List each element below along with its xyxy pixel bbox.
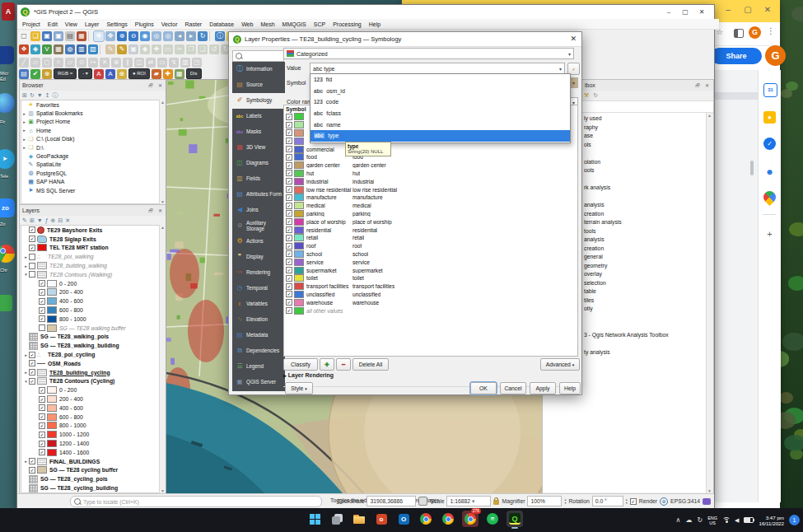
digitize-5-icon[interactable]: ▱ (65, 58, 75, 68)
category-row[interactable]: ✓warehousewarehouse (286, 298, 574, 306)
tab-dependencies[interactable]: ⧉Dependencies (232, 343, 285, 359)
toolbox-item[interactable]: olation (584, 159, 600, 165)
advanced-button[interactable]: Advanced ▾ (540, 358, 580, 371)
category-row[interactable]: ✓commercialcommercial (286, 145, 574, 153)
toolbox-item[interactable]: ools (584, 167, 594, 173)
maximize-button[interactable]: ▢ (678, 8, 693, 16)
coordinate-input[interactable]: 31908,36886 (366, 496, 416, 506)
toolbox-item[interactable]: selection (584, 280, 606, 286)
category-swatch[interactable] (294, 129, 304, 137)
add-icon[interactable]: + (763, 228, 776, 240)
layer-checkbox[interactable]: ✓ (29, 360, 35, 366)
taskbar-start-icon[interactable] (306, 511, 323, 527)
calendar-icon[interactable]: 31 (763, 83, 777, 97)
crs-globe-icon[interactable]: ⊕ (660, 497, 668, 506)
layer-checkbox[interactable] (39, 324, 45, 331)
taskbar-task-view-icon[interactable] (329, 511, 345, 527)
dialog-search-input[interactable] (232, 50, 284, 62)
add-group-icon[interactable]: ⊞ (30, 217, 35, 224)
browser-item[interactable]: ✎SpatiaLite (21, 161, 159, 169)
layer-checkbox[interactable]: ✓ (39, 280, 45, 287)
pinned-app-icon[interactable] (0, 46, 14, 64)
scp-combo[interactable]: Dis (186, 68, 202, 79)
expand-arrow-icon[interactable]: ▸ (23, 254, 29, 259)
zoom-to-layer-icon[interactable]: ◎ (163, 31, 173, 41)
scp-bandset-icon[interactable]: ▤ (19, 69, 29, 79)
category-row[interactable]: ✓roofroof (286, 242, 574, 250)
menu-raster[interactable]: Raster (185, 21, 203, 27)
telegram-icon[interactable]: ➤ (0, 149, 15, 169)
battery-icon[interactable] (744, 517, 754, 523)
category-checkbox[interactable]: ✓ (286, 283, 292, 290)
category-checkbox[interactable]: ✓ (286, 162, 292, 169)
scp-zoom2-icon[interactable]: ⊕ (117, 69, 127, 79)
browser-item[interactable]: ▸❏C:\ (Local Disk) (21, 135, 159, 143)
digitize-6-icon[interactable]: ⊙ (77, 58, 86, 68)
digitize-13-icon[interactable]: ▭ (157, 58, 167, 68)
digitize-11-icon[interactable]: ◫ (134, 58, 144, 68)
identify-features-icon[interactable]: ⓘ (215, 31, 225, 41)
scp-combo[interactable]: RGB = (54, 68, 77, 79)
move-feature-icon[interactable]: ✚ (152, 44, 161, 54)
cut-features-icon[interactable]: ✂ (175, 44, 184, 54)
open-project-icon[interactable]: ❏ (30, 31, 40, 41)
menu-scp[interactable]: SCP (314, 21, 325, 27)
toolbox-history-icon[interactable]: ↻ (593, 92, 598, 99)
tab-legend[interactable]: ☰Legend (232, 359, 285, 375)
chrome-scrollbar[interactable] (750, 161, 754, 175)
category-row[interactable]: ✓foodfood (286, 153, 574, 161)
magnifier-spinner[interactable]: ▴▾ (564, 498, 566, 505)
category-row[interactable]: ✓place of worshipplace of worship (286, 217, 574, 226)
layer-checkbox[interactable]: ✓ (29, 245, 35, 251)
properties-icon[interactable]: ⓘ (53, 91, 58, 100)
expand-arrow-icon[interactable]: ▾ (23, 272, 29, 277)
save-layer-edits-icon[interactable]: ▣ (128, 44, 138, 54)
taskbar-outlook-icon[interactable]: O (395, 511, 412, 527)
category-checkbox[interactable]: ✓ (286, 186, 292, 193)
zoom-in-icon[interactable]: ⊕ (117, 31, 127, 41)
wifi-icon[interactable] (722, 517, 730, 523)
browser-item[interactable]: ▸▣Project Home (21, 118, 159, 126)
layer-checkbox[interactable]: ✓ (39, 298, 45, 305)
zoom-last-icon[interactable]: ◂ (175, 31, 184, 41)
toolbox-item[interactable]: table (584, 288, 596, 294)
pan-to-selection-icon[interactable]: ✥ (105, 31, 115, 41)
digitize-15-icon[interactable]: ▥ (180, 58, 190, 68)
layer-checkbox[interactable] (29, 271, 35, 278)
toolbox-item[interactable]: creation (584, 245, 604, 251)
scp-ok-icon[interactable]: ✔ (30, 69, 40, 79)
browser-item[interactable]: ◍PostgreSQL (21, 169, 159, 177)
add-wms-layer-icon[interactable]: ▧ (88, 44, 98, 54)
toolbox-item[interactable]: creation (584, 211, 604, 217)
category-swatch[interactable] (294, 210, 304, 217)
messages-icon[interactable] (703, 498, 711, 505)
undo-icon[interactable]: ↺ (209, 44, 219, 54)
notification-badge[interactable]: 1 (789, 515, 800, 525)
scale-combo[interactable]: 1:16882 ▾ (446, 496, 491, 506)
layer-checkbox[interactable]: ✓ (39, 449, 45, 455)
expand-arrow-icon[interactable]: ▸ (21, 145, 27, 150)
layer-row[interactable]: ✓400 - 600 (21, 296, 159, 306)
category-row[interactable]: ✓manufacturemanufacture (286, 194, 574, 202)
tab-rendering[interactable]: ✑Rendering (232, 265, 285, 281)
category-row[interactable]: ✓schoolschool (286, 250, 574, 259)
help-button[interactable]: Help (559, 382, 581, 394)
tab-metadata[interactable]: ▤Metadata (232, 328, 285, 343)
category-swatch[interactable] (294, 299, 304, 306)
toolbox-item[interactable]: overlay (584, 271, 602, 277)
expand-arrow-icon[interactable]: ▸ (21, 111, 27, 116)
category-swatch[interactable] (294, 113, 304, 120)
toolbox-item[interactable]: analysis (584, 236, 605, 242)
browser-item[interactable]: ▦SAP HANA (21, 178, 159, 186)
scp-stretch-icon[interactable]: A (105, 69, 115, 79)
tab-actions[interactable]: ⚙Actions (232, 234, 285, 250)
dialog-titlebar[interactable]: Q Layer Properties — TE28_building_cycli… (229, 32, 581, 47)
layer-row[interactable]: ✓800 - 1000 (21, 315, 159, 324)
scp-cumulative-icon[interactable]: A (94, 69, 104, 79)
layer-checkbox[interactable]: ✓ (39, 432, 45, 438)
magnifier-input[interactable]: 100% (527, 496, 562, 506)
expand-arrow-icon[interactable]: ▸ (23, 370, 29, 375)
tab-fields[interactable]: ▥Fields (232, 171, 285, 187)
value-combo[interactable]: abc type▾ (310, 63, 565, 74)
menu-layer[interactable]: Layer (85, 21, 100, 27)
